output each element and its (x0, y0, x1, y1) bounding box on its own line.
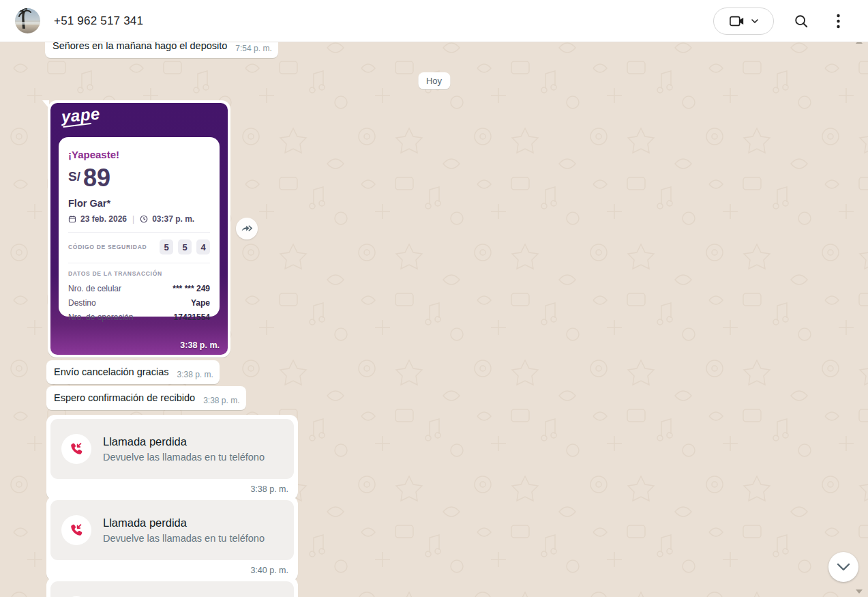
video-call-button[interactable] (713, 8, 774, 35)
date-separator: Hoy (418, 72, 450, 89)
currency-symbol: S/ (68, 169, 80, 184)
chat-header[interactable]: +51 962 517 341 (0, 0, 868, 42)
recipient-name: Flor Gar* (68, 198, 210, 209)
code-digit: 4 (196, 239, 210, 254)
bubble-tail (42, 100, 49, 108)
message-time: 3:38 p. m. (177, 368, 213, 381)
contact-name[interactable]: +51 962 517 341 (54, 14, 143, 28)
message-time: 7:54 p. m. (235, 42, 271, 55)
whatsapp-chat-window: Señores en la mañana hago el deposito 7:… (0, 0, 868, 597)
chevron-down-icon (837, 563, 850, 571)
header-actions (713, 8, 868, 35)
row-label: Nro. de celular (68, 284, 121, 293)
transaction-time: 03:37 p. m. (152, 214, 194, 224)
transaction-row: Nro. de celular *** *** 249 (68, 284, 210, 293)
scrollbar-down-icon[interactable] (855, 589, 863, 594)
missed-call-texts: Llamada perdida Devuelve las llamadas en… (103, 435, 265, 463)
menu-button[interactable] (828, 12, 848, 31)
row-value: *** *** 249 (173, 284, 210, 293)
yape-logo: yape (61, 104, 101, 127)
missed-call-button[interactable]: Llamada perdida Devuelve las llamadas en… (50, 500, 294, 560)
video-call-icon (730, 16, 745, 27)
missed-call-title: Llamada perdida (103, 435, 265, 448)
code-digit: 5 (160, 239, 173, 254)
missed-call-card: Llamada perdida Devuelve las llamadas en… (46, 496, 298, 581)
security-code-row: CÓDIGO DE SEGURIDAD 5 5 4 (68, 239, 210, 254)
kebab-menu-icon (837, 14, 840, 29)
yape-receipt-image: yape ¡Yapeaste! S/ 89 Flor Gar* 23 feb. … (50, 103, 228, 355)
missed-call-card: Llamada perdida Devuelve las llamadas en… (46, 415, 298, 500)
missed-call-subtitle: Devuelve las llamadas en tu teléfono (103, 452, 265, 463)
yape-headline: ¡Yapeaste! (68, 149, 210, 160)
message-time: 3:38 p. m. (180, 340, 220, 350)
yape-receipt-image-message[interactable]: yape ¡Yapeaste! S/ 89 Flor Gar* 23 feb. … (48, 100, 230, 358)
message-text: Envío cancelación gracias (54, 365, 168, 379)
missed-call-texts: Llamada perdida Devuelve las llamadas en… (103, 516, 265, 544)
avatar-photo (15, 8, 40, 33)
message-text: Espero confirmación de recibido (54, 391, 195, 405)
security-code-digits: 5 5 4 (160, 239, 210, 254)
scroll-to-bottom-button[interactable] (828, 552, 858, 582)
divider (68, 263, 210, 263)
missed-call-icon (69, 441, 84, 456)
code-digit: 5 (178, 239, 192, 254)
amount-value: 89 (83, 166, 110, 190)
avatar[interactable] (15, 8, 40, 33)
row-value: 17421554 (174, 312, 210, 322)
meta-separator: | (132, 214, 134, 224)
missed-call-card: Llamada perdida Devuelve las llamadas en… (46, 577, 298, 597)
forward-message-button[interactable] (236, 218, 258, 239)
transaction-data-label: DATOS DE LA TRANSACCIÓN (68, 270, 210, 277)
missed-call-button[interactable]: Llamada perdida Devuelve las llamadas en… (50, 419, 294, 479)
row-value: Yape (191, 298, 210, 308)
missed-call-subtitle: Devuelve las llamadas en tu teléfono (103, 533, 265, 544)
transaction-row: Destino Yape (68, 298, 210, 308)
yape-receipt-card: ¡Yapeaste! S/ 89 Flor Gar* 23 feb. 2026 … (59, 137, 220, 317)
chevron-down-icon (751, 19, 758, 23)
missed-call-icon-circle (61, 515, 91, 545)
search-icon (794, 14, 809, 29)
row-label: Nro. de operación (68, 312, 133, 322)
calendar-icon (68, 215, 76, 223)
security-code-label: CÓDIGO DE SEGURIDAD (68, 244, 147, 250)
search-button[interactable] (792, 12, 811, 31)
transaction-datetime: 23 feb. 2026 | 03:37 p. m. (68, 214, 210, 224)
message-time: 3:38 p. m. (203, 394, 239, 407)
message-bubble: Envío cancelación gracias 3:38 p. m. (46, 360, 220, 384)
message-bubble: Espero confirmación de recibido 3:38 p. … (46, 386, 246, 410)
missed-call-button[interactable]: Llamada perdida Devuelve las llamadas en… (50, 581, 294, 597)
yape-amount: S/ 89 (68, 166, 210, 190)
missed-call-title: Llamada perdida (103, 516, 265, 529)
forward-icon (240, 222, 254, 235)
transaction-row: Nro. de operación 17421554 (68, 312, 210, 322)
clock-icon (140, 215, 148, 223)
divider (68, 232, 210, 233)
missed-call-icon (69, 523, 84, 538)
missed-call-icon-circle (61, 434, 91, 464)
transaction-date: 23 feb. 2026 (80, 214, 127, 224)
row-label: Destino (68, 298, 96, 308)
